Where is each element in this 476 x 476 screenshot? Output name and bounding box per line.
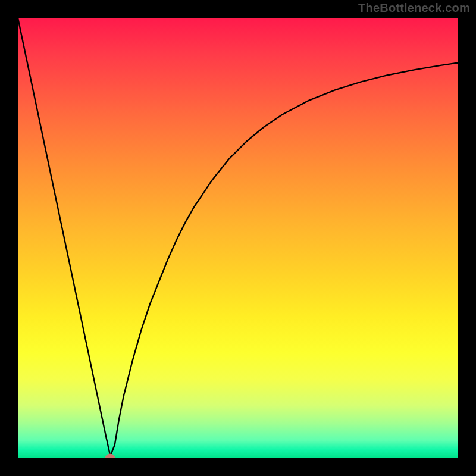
attribution-label: TheBottleneck.com (358, 1, 470, 15)
bottleneck-curve (18, 18, 458, 456)
plot-area (18, 18, 458, 458)
curve-svg (18, 18, 458, 458)
chart-frame: TheBottleneck.com (0, 0, 476, 476)
optimal-marker (105, 453, 115, 458)
